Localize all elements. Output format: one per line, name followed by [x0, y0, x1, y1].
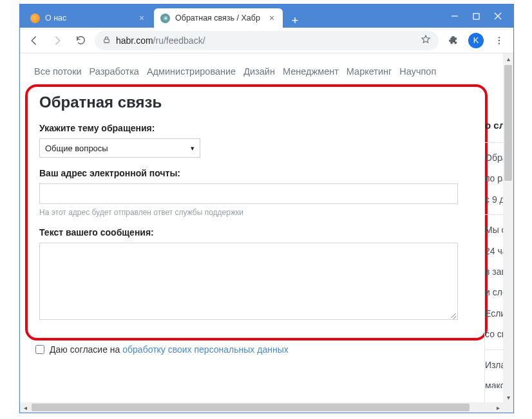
url-domain: habr.com [116, 35, 153, 46]
favicon-icon: ✳ [160, 14, 170, 23]
scroll-up-icon[interactable]: ▴ [503, 53, 513, 64]
sidebar-line: по ра [485, 171, 503, 185]
consent-text: Даю согласие на обработку своих персонал… [50, 344, 289, 355]
sidebar-line: Изла [485, 358, 503, 372]
site-nav: Все потоки Разработка Администрирование … [20, 53, 503, 84]
scroll-thumb[interactable] [504, 65, 512, 181]
nav-item[interactable]: Маркетинг [347, 66, 392, 77]
profile-button[interactable]: K [467, 32, 485, 50]
email-hint: На этот адрес будет отправлен ответ служ… [39, 208, 473, 217]
url-box[interactable]: habr.com/ru/feedback/ [95, 31, 439, 50]
svg-point-6 [499, 39, 500, 41]
subject-selected-value: Общие вопросы [45, 144, 108, 153]
sidebar-heading: о сл [485, 118, 503, 133]
browser-window: О нас × ✳ Обратная связь / Хабр × + [19, 4, 514, 413]
viewport: Все потоки Разработка Администрирование … [20, 53, 513, 413]
horizontal-scrollbar[interactable]: ◂ ▸ [20, 402, 503, 413]
lock-icon [102, 35, 111, 46]
nav-item[interactable]: Научпоп [399, 66, 436, 77]
svg-rect-4 [104, 39, 109, 42]
sidebar-line: макс [485, 378, 503, 388]
sidebar-info: о сл Обра по ра с 9 д Мы о 24 ча в зав и… [485, 118, 503, 388]
email-input[interactable] [39, 183, 458, 204]
consent-checkbox[interactable] [35, 345, 44, 354]
sidebar-line: со сп [485, 327, 503, 341]
tab-label: Обратная связь / Хабр [175, 14, 262, 23]
nav-item[interactable]: Дизайн [243, 66, 275, 77]
sidebar-line: 24 ча [485, 244, 503, 258]
bookmark-star-icon[interactable] [421, 34, 431, 46]
page-content: Все потоки Разработка Администрирование … [20, 53, 503, 402]
sidebar-line: Обра [485, 151, 503, 165]
svg-point-5 [499, 37, 500, 38]
window-controls [444, 5, 513, 28]
subject-label: Укажите тему обращения: [39, 123, 473, 133]
resize-handle-icon[interactable] [450, 312, 456, 318]
tab-label: О нас [45, 14, 132, 23]
consent-prefix: Даю согласие на [50, 344, 122, 355]
svg-point-7 [499, 42, 500, 44]
message-label: Текст вашего сообщения: [39, 227, 473, 237]
consent-link[interactable]: обработку своих персональных данных [122, 344, 288, 355]
maximize-button[interactable] [473, 13, 480, 20]
back-button[interactable] [25, 32, 43, 50]
nav-item[interactable]: Все потоки [34, 66, 82, 77]
scroll-corner [503, 402, 513, 413]
email-group: Ваш адрес электронной почты: На этот адр… [39, 168, 473, 217]
scroll-thumb[interactable] [32, 404, 470, 411]
close-tab-icon[interactable]: × [267, 14, 276, 23]
subject-group: Укажите тему обращения: Общие вопросы ▾ [39, 123, 473, 158]
tab-strip: О нас × ✳ Обратная связь / Хабр × + [20, 5, 444, 28]
titlebar: О нас × ✳ Обратная связь / Хабр × + [20, 5, 513, 28]
tab-about[interactable]: О нас × [24, 8, 153, 28]
message-group: Текст вашего сообщения: [39, 227, 473, 320]
message-textarea[interactable] [39, 243, 458, 320]
vertical-scrollbar[interactable]: ▴ ▾ [503, 53, 513, 402]
svg-rect-1 [473, 14, 479, 19]
consent-row: Даю согласие на обработку своих персонал… [20, 340, 503, 355]
address-bar: habr.com/ru/feedback/ K [20, 28, 513, 53]
new-tab-button[interactable]: + [287, 14, 303, 28]
forward-button[interactable] [48, 32, 66, 50]
nav-item[interactable]: Менеджмент [283, 66, 339, 77]
favicon-icon [30, 14, 40, 23]
page-title: Обратная связь [39, 93, 473, 111]
avatar: K [468, 33, 484, 48]
reload-button[interactable] [71, 32, 90, 50]
scroll-right-icon[interactable]: ▸ [493, 402, 503, 413]
close-window-button[interactable] [494, 12, 502, 20]
sidebar-line: и сло [485, 285, 503, 299]
tab-feedback[interactable]: ✳ Обратная связь / Хабр × [154, 8, 283, 28]
scroll-left-icon[interactable]: ◂ [20, 402, 30, 413]
nav-item[interactable]: Администрирование [147, 66, 236, 77]
sidebar-line: Если [485, 306, 503, 321]
extensions-button[interactable] [444, 32, 462, 50]
chevron-down-icon: ▾ [191, 144, 195, 153]
nav-item[interactable]: Разработка [90, 66, 139, 77]
sidebar-line: Мы о [485, 223, 503, 237]
close-tab-icon[interactable]: × [137, 14, 146, 23]
url-path: /ru/feedback/ [153, 35, 205, 46]
email-label: Ваш адрес электронной почты: [39, 168, 473, 178]
scroll-down-icon[interactable]: ▾ [503, 392, 513, 402]
sidebar-line: в зав [485, 265, 503, 279]
subject-select[interactable]: Общие вопросы ▾ [39, 138, 200, 158]
browser-menu-button[interactable] [490, 32, 508, 50]
feedback-form-highlight: Обратная связь Укажите тему обращения: О… [25, 84, 488, 340]
sidebar-line: с 9 д [485, 192, 503, 207]
minimize-button[interactable] [451, 12, 459, 20]
